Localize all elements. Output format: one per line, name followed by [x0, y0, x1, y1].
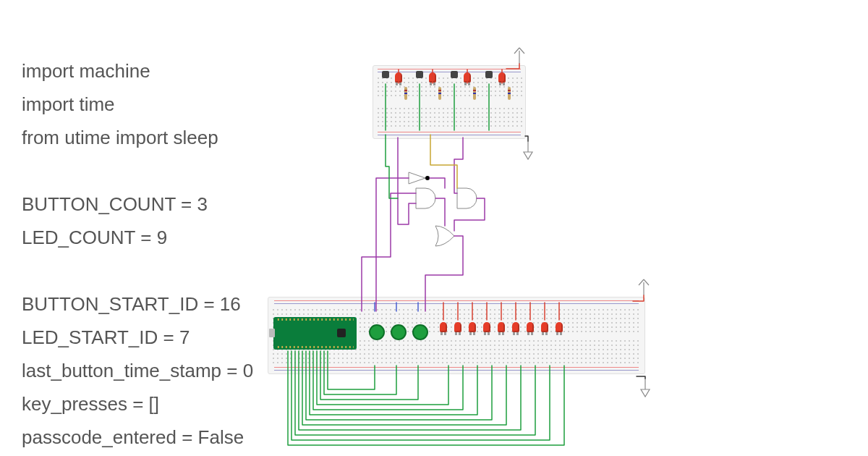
led-red-icon [464, 72, 471, 83]
led-red-icon [498, 72, 506, 83]
svg-line-2 [519, 48, 524, 54]
led-red-icon [454, 322, 461, 332]
led-red-icon [429, 72, 436, 83]
code-snippet: import machine import time from utime im… [22, 54, 253, 454]
led-red-icon [541, 322, 548, 332]
led-red-icon [440, 322, 447, 332]
led-red-icon [556, 322, 563, 332]
tactile-button[interactable] [382, 71, 389, 78]
green-button[interactable] [391, 324, 407, 340]
svg-line-1 [514, 48, 519, 54]
code-line: LED_START_ID = 7 [22, 326, 190, 348]
resistor-icon [473, 87, 476, 100]
circuit-diagram [268, 43, 702, 449]
svg-point-10 [425, 176, 430, 180]
resistor-icon [438, 87, 441, 100]
vcc-icon [639, 279, 649, 295]
led-red-icon [512, 322, 519, 332]
tactile-button[interactable] [451, 71, 458, 78]
or-gate-icon [435, 226, 454, 246]
not-gate-icon [409, 172, 430, 184]
code-line: LED_COUNT = 9 [22, 227, 167, 248]
code-line: passcode_entered = False [22, 426, 244, 448]
tactile-button[interactable] [416, 71, 423, 78]
raspberry-pi-pico-icon [273, 317, 357, 350]
led-red-icon [483, 322, 490, 332]
green-button[interactable] [369, 324, 385, 340]
led-red-icon [395, 72, 402, 83]
resistor-icon [508, 87, 511, 100]
code-line: from utime import sleep [22, 127, 218, 148]
vcc-icon [514, 48, 524, 64]
led-red-icon [498, 322, 505, 332]
code-line: key_presses = [] [22, 393, 159, 415]
svg-marker-9 [641, 389, 650, 397]
green-button[interactable] [412, 324, 428, 340]
code-line: import time [22, 93, 115, 115]
svg-marker-4 [524, 152, 532, 159]
and-gate-icon [416, 188, 435, 208]
led-red-icon [527, 322, 534, 332]
gnd-icon [641, 379, 650, 397]
code-line: BUTTON_COUNT = 3 [22, 193, 208, 215]
tactile-button[interactable] [485, 71, 493, 78]
code-line: BUTTON_START_ID = 16 [22, 293, 241, 315]
gnd-icon [524, 141, 532, 159]
and-gate-icon [457, 188, 477, 208]
resistor-icon [404, 87, 407, 100]
svg-line-6 [639, 279, 644, 285]
code-line: last_button_time_stamp = 0 [22, 360, 253, 381]
led-red-icon [469, 322, 476, 332]
svg-line-7 [644, 279, 649, 285]
code-line: import machine [22, 60, 150, 82]
